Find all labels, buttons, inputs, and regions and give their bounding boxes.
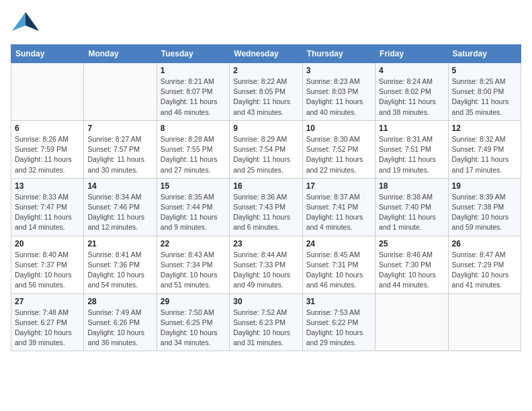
day-info: Sunrise: 8:25 AM Sunset: 8:00 PM Dayligh… — [452, 77, 517, 118]
calendar-cell: 28Sunrise: 7:49 AM Sunset: 6:26 PM Dayli… — [84, 293, 157, 351]
logo-icon — [11, 11, 40, 36]
calendar-cell: 16Sunrise: 8:36 AM Sunset: 7:43 PM Dayli… — [230, 178, 302, 236]
calendar-cell: 12Sunrise: 8:32 AM Sunset: 7:49 PM Dayli… — [448, 120, 521, 178]
calendar-cell: 15Sunrise: 8:35 AM Sunset: 7:44 PM Dayli… — [157, 178, 229, 236]
day-info: Sunrise: 8:38 AM Sunset: 7:40 PM Dayligh… — [379, 192, 444, 233]
header — [11, 11, 521, 36]
day-info: Sunrise: 8:45 AM Sunset: 7:31 PM Dayligh… — [306, 250, 371, 291]
calendar-cell — [448, 293, 521, 351]
day-number: 16 — [233, 181, 298, 191]
calendar-cell: 21Sunrise: 8:41 AM Sunset: 7:36 PM Dayli… — [84, 236, 157, 293]
calendar-week-3: 13Sunrise: 8:33 AM Sunset: 7:47 PM Dayli… — [11, 178, 521, 236]
calendar-cell: 30Sunrise: 7:52 AM Sunset: 6:23 PM Dayli… — [230, 293, 302, 351]
day-number: 21 — [87, 239, 152, 248]
calendar-cell: 3Sunrise: 8:23 AM Sunset: 8:03 PM Daylig… — [302, 63, 375, 121]
calendar-cell: 1Sunrise: 8:21 AM Sunset: 8:07 PM Daylig… — [157, 63, 229, 121]
weekday-header-tuesday: Tuesday — [157, 45, 229, 63]
day-number: 6 — [15, 124, 80, 133]
day-number: 27 — [15, 297, 80, 306]
calendar-cell: 6Sunrise: 8:26 AM Sunset: 7:59 PM Daylig… — [11, 120, 84, 178]
calendar-cell — [375, 293, 448, 351]
calendar-cell: 11Sunrise: 8:31 AM Sunset: 7:51 PM Dayli… — [375, 120, 448, 178]
day-number: 12 — [452, 124, 517, 133]
day-number: 4 — [379, 66, 444, 75]
day-number: 28 — [87, 297, 152, 306]
day-info: Sunrise: 8:24 AM Sunset: 8:02 PM Dayligh… — [379, 77, 444, 118]
calendar-week-4: 20Sunrise: 8:40 AM Sunset: 7:37 PM Dayli… — [11, 236, 521, 293]
day-info: Sunrise: 8:46 AM Sunset: 7:30 PM Dayligh… — [379, 250, 444, 291]
day-info: Sunrise: 8:47 AM Sunset: 7:29 PM Dayligh… — [452, 250, 517, 291]
day-number: 25 — [379, 239, 444, 248]
weekday-header-monday: Monday — [84, 45, 157, 63]
day-info: Sunrise: 7:53 AM Sunset: 6:22 PM Dayligh… — [306, 308, 371, 349]
day-number: 24 — [306, 239, 371, 248]
weekday-header-thursday: Thursday — [302, 45, 375, 63]
calendar-cell — [11, 63, 84, 121]
day-info: Sunrise: 8:26 AM Sunset: 7:59 PM Dayligh… — [15, 134, 80, 175]
day-info: Sunrise: 7:52 AM Sunset: 6:23 PM Dayligh… — [233, 308, 298, 349]
calendar-cell: 25Sunrise: 8:46 AM Sunset: 7:30 PM Dayli… — [375, 236, 448, 293]
calendar-cell: 22Sunrise: 8:43 AM Sunset: 7:34 PM Dayli… — [157, 236, 229, 293]
day-info: Sunrise: 7:49 AM Sunset: 6:26 PM Dayligh… — [87, 308, 152, 349]
calendar-week-2: 6Sunrise: 8:26 AM Sunset: 7:59 PM Daylig… — [11, 120, 521, 178]
day-number: 14 — [87, 181, 152, 191]
day-info: Sunrise: 8:35 AM Sunset: 7:44 PM Dayligh… — [161, 192, 226, 233]
day-number: 29 — [161, 297, 226, 306]
calendar-cell: 26Sunrise: 8:47 AM Sunset: 7:29 PM Dayli… — [448, 236, 521, 293]
day-number: 19 — [452, 181, 517, 191]
calendar-cell: 9Sunrise: 8:29 AM Sunset: 7:54 PM Daylig… — [230, 120, 302, 178]
calendar-cell: 7Sunrise: 8:27 AM Sunset: 7:57 PM Daylig… — [84, 120, 157, 178]
weekday-header-friday: Friday — [375, 45, 448, 63]
day-number: 10 — [306, 124, 371, 133]
svg-marker-1 — [26, 12, 39, 31]
day-number: 5 — [452, 66, 517, 75]
day-number: 22 — [161, 239, 226, 248]
weekday-header-saturday: Saturday — [448, 45, 521, 63]
day-info: Sunrise: 8:28 AM Sunset: 7:55 PM Dayligh… — [161, 134, 226, 175]
calendar-cell: 27Sunrise: 7:48 AM Sunset: 6:27 PM Dayli… — [11, 293, 84, 351]
day-info: Sunrise: 8:41 AM Sunset: 7:36 PM Dayligh… — [87, 250, 152, 291]
day-number: 23 — [233, 239, 298, 248]
day-info: Sunrise: 8:44 AM Sunset: 7:33 PM Dayligh… — [233, 250, 298, 291]
day-number: 30 — [233, 297, 298, 306]
day-number: 1 — [161, 66, 226, 75]
day-number: 7 — [87, 124, 152, 133]
day-number: 9 — [233, 124, 298, 133]
day-number: 17 — [306, 181, 371, 191]
calendar-cell: 18Sunrise: 8:38 AM Sunset: 7:40 PM Dayli… — [375, 178, 448, 236]
calendar-cell: 5Sunrise: 8:25 AM Sunset: 8:00 PM Daylig… — [448, 63, 521, 121]
day-number: 2 — [233, 66, 298, 75]
day-info: Sunrise: 8:43 AM Sunset: 7:34 PM Dayligh… — [161, 250, 226, 291]
day-number: 15 — [161, 181, 226, 191]
day-info: Sunrise: 8:23 AM Sunset: 8:03 PM Dayligh… — [306, 77, 371, 118]
day-number: 11 — [379, 124, 444, 133]
day-info: Sunrise: 8:22 AM Sunset: 8:05 PM Dayligh… — [233, 77, 298, 118]
calendar-week-5: 27Sunrise: 7:48 AM Sunset: 6:27 PM Dayli… — [11, 293, 521, 351]
day-number: 13 — [15, 181, 80, 191]
calendar-cell — [84, 63, 157, 121]
calendar-week-1: 1Sunrise: 8:21 AM Sunset: 8:07 PM Daylig… — [11, 63, 521, 121]
calendar-cell: 13Sunrise: 8:33 AM Sunset: 7:47 PM Dayli… — [11, 178, 84, 236]
calendar-cell: 20Sunrise: 8:40 AM Sunset: 7:37 PM Dayli… — [11, 236, 84, 293]
weekday-header-sunday: Sunday — [11, 45, 84, 63]
calendar-cell: 2Sunrise: 8:22 AM Sunset: 8:05 PM Daylig… — [230, 63, 302, 121]
calendar-table: SundayMondayTuesdayWednesdayThursdayFrid… — [11, 44, 521, 351]
calendar-cell: 4Sunrise: 8:24 AM Sunset: 8:02 PM Daylig… — [375, 63, 448, 121]
day-info: Sunrise: 8:37 AM Sunset: 7:41 PM Dayligh… — [306, 192, 371, 233]
day-number: 26 — [452, 239, 517, 248]
calendar-cell: 31Sunrise: 7:53 AM Sunset: 6:22 PM Dayli… — [302, 293, 375, 351]
calendar-cell: 29Sunrise: 7:50 AM Sunset: 6:25 PM Dayli… — [157, 293, 229, 351]
calendar-cell: 17Sunrise: 8:37 AM Sunset: 7:41 PM Dayli… — [302, 178, 375, 236]
day-info: Sunrise: 8:27 AM Sunset: 7:57 PM Dayligh… — [87, 134, 152, 175]
day-info: Sunrise: 8:36 AM Sunset: 7:43 PM Dayligh… — [233, 192, 298, 233]
day-number: 8 — [161, 124, 226, 133]
calendar-cell: 24Sunrise: 8:45 AM Sunset: 7:31 PM Dayli… — [302, 236, 375, 293]
calendar-cell: 19Sunrise: 8:39 AM Sunset: 7:38 PM Dayli… — [448, 178, 521, 236]
day-info: Sunrise: 8:31 AM Sunset: 7:51 PM Dayligh… — [379, 134, 444, 175]
weekday-header-row: SundayMondayTuesdayWednesdayThursdayFrid… — [11, 45, 521, 63]
day-number: 3 — [306, 66, 371, 75]
day-number: 31 — [306, 297, 371, 306]
calendar-cell: 23Sunrise: 8:44 AM Sunset: 7:33 PM Dayli… — [230, 236, 302, 293]
day-info: Sunrise: 8:40 AM Sunset: 7:37 PM Dayligh… — [15, 250, 80, 291]
day-number: 18 — [379, 181, 444, 191]
